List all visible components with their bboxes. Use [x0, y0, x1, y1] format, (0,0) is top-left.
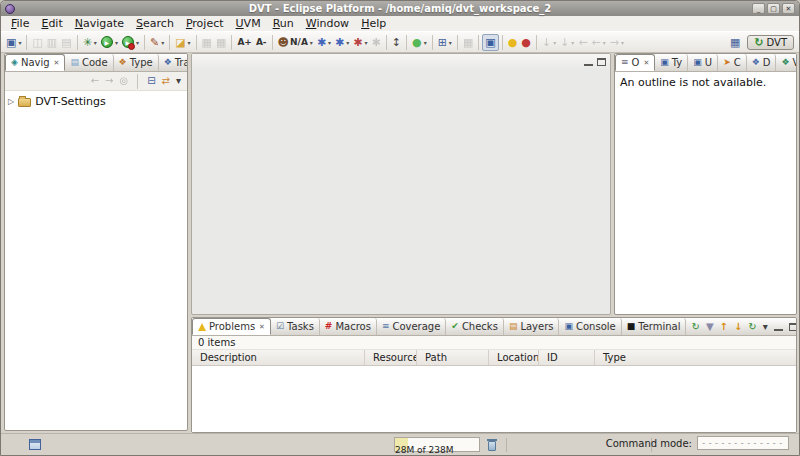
tab-terminal[interactable]: ■Terminal: [622, 318, 687, 335]
menu-project[interactable]: Project: [180, 17, 230, 31]
menu-help[interactable]: Help: [355, 17, 392, 31]
save-all-button[interactable]: ▥: [45, 33, 59, 51]
show-windows-button[interactable]: ⊞▾: [436, 33, 454, 51]
tab-layers[interactable]: ▤Layers: [504, 318, 560, 335]
maximize-view-icon[interactable]: [789, 323, 797, 331]
go-into-button[interactable]: ↓▾: [558, 33, 576, 51]
tab-close-icon[interactable]: ✕: [643, 59, 649, 67]
column-path[interactable]: Path: [417, 350, 489, 365]
new-wizard-button[interactable]: ▣▾: [4, 33, 23, 51]
tab-problems[interactable]: Problems✕: [192, 318, 271, 335]
tab-uvm[interactable]: ▣U: [688, 54, 718, 71]
help-support-button[interactable]: ●: [519, 33, 533, 51]
filter-button[interactable]: ▼: [706, 322, 714, 332]
tab-outline[interactable]: ≡O✕: [615, 54, 655, 71]
open-perspective-button[interactable]: ▦: [728, 33, 742, 51]
waiver-button[interactable]: ✱▾: [315, 33, 333, 51]
expander-icon[interactable]: ▷: [8, 97, 14, 106]
menu-window[interactable]: Window: [300, 17, 355, 31]
tab-type[interactable]: ❖Type: [114, 54, 159, 71]
save-button[interactable]: ◫: [30, 33, 44, 51]
menu-run[interactable]: Run: [267, 17, 300, 31]
column-id[interactable]: ID: [539, 350, 595, 365]
close-button[interactable]: ✕: [782, 3, 795, 14]
run-coverage-button[interactable]: ▶▾: [120, 33, 141, 51]
external-tools-button[interactable]: ✎▾: [148, 33, 166, 51]
column-location[interactable]: Location: [489, 350, 539, 365]
forward-button[interactable]: →▾: [608, 33, 626, 51]
back-history-button[interactable]: ←▾: [590, 33, 608, 51]
column-type[interactable]: Type: [595, 350, 796, 365]
menu-edit[interactable]: Edit: [35, 17, 68, 31]
tab-navig[interactable]: ◈Navig✕: [5, 54, 65, 71]
tab-console[interactable]: ▣Console: [559, 318, 621, 335]
column-description[interactable]: Description: [192, 350, 365, 365]
disabled-tool-button[interactable]: ▦: [461, 33, 475, 51]
minimize-button[interactable]: _: [752, 3, 765, 14]
tab-close-icon[interactable]: ✕: [259, 323, 265, 331]
dvt-perspective-button[interactable]: ↻ DVT: [747, 35, 794, 50]
disabled-tool-button[interactable]: ▦: [214, 33, 228, 51]
home-button[interactable]: ◎: [119, 76, 128, 86]
back-button[interactable]: ←: [576, 33, 589, 51]
maximize-button[interactable]: ▢: [767, 3, 780, 14]
move-up-button[interactable]: ↑: [720, 322, 728, 332]
disabled-tool-button[interactable]: ▦: [200, 33, 214, 51]
console-icon: ▣: [485, 37, 495, 48]
menu-file[interactable]: File: [5, 17, 35, 31]
trace-icon: ❖: [164, 58, 172, 67]
dropdown-icon: ▾: [328, 39, 331, 46]
minimize-view-icon[interactable]: [774, 323, 783, 331]
refresh-button[interactable]: ↻: [748, 322, 756, 332]
tab-trace[interactable]: ❖Trace: [159, 54, 188, 71]
link-editor-button[interactable]: ⇄: [162, 76, 170, 86]
tab-tasks[interactable]: ☑Tasks: [271, 318, 320, 335]
print-button[interactable]: ▤: [59, 33, 73, 51]
compile-config-button[interactable]: ☻N/A▾: [276, 33, 315, 51]
run-button[interactable]: ▶▾: [99, 33, 120, 51]
minimize-editor-icon[interactable]: [584, 58, 593, 66]
sort-button[interactable]: ↕: [390, 33, 403, 51]
menu-search[interactable]: Search: [130, 17, 180, 31]
column-resource[interactable]: Resource: [365, 350, 417, 365]
tab-coverage[interactable]: ≡Coverage: [377, 318, 446, 335]
tab-close-icon[interactable]: ✕: [54, 59, 60, 67]
back-arrow-icon: ←: [592, 37, 601, 48]
view-menu-button[interactable]: ▾: [763, 322, 768, 332]
font-decrease-button[interactable]: A-: [254, 33, 269, 51]
maximize-editor-icon[interactable]: [597, 58, 606, 66]
dropdown-icon: ▾: [18, 39, 21, 46]
tab-checks[interactable]: ➤C: [718, 54, 747, 71]
view-menu-button[interactable]: ▾: [176, 76, 181, 86]
checks-icon: ➤: [723, 58, 731, 67]
back-button[interactable]: ←: [91, 76, 99, 86]
tab-types[interactable]: ▣Ty: [655, 54, 688, 71]
move-down-button[interactable]: ↓: [734, 322, 742, 332]
open-element-button[interactable]: ◪▾: [173, 33, 192, 51]
menu-uvm[interactable]: UVM: [230, 17, 267, 31]
console-view-button[interactable]: ▣: [482, 34, 498, 51]
menu-navigate[interactable]: Navigate: [69, 17, 130, 31]
forward-button[interactable]: →: [105, 76, 113, 86]
tab-design[interactable]: ❖D: [747, 54, 777, 71]
tab-verif[interactable]: ❖Ve: [776, 54, 797, 71]
garbage-collect-icon[interactable]: [488, 441, 496, 451]
last-edit-location-button[interactable]: ↓▾: [540, 33, 558, 51]
breakpoint-ball-button[interactable]: ●: [506, 33, 520, 51]
fast-view-icon[interactable]: [29, 439, 41, 450]
tab-code[interactable]: ▤Code: [65, 54, 113, 71]
tab-macros[interactable]: #Macros: [320, 318, 377, 335]
tree-item-dvt-settings[interactable]: ▷ DVT-Settings: [5, 91, 187, 112]
debug-button[interactable]: ✳▾: [81, 33, 99, 51]
waiver-disabled-button[interactable]: ✱: [370, 33, 383, 51]
command-mode-field[interactable]: [697, 436, 789, 450]
tab-checks-bottom[interactable]: ✔Checks: [446, 318, 504, 335]
toolbar-separator: [478, 35, 479, 50]
waiver-remove-button[interactable]: ✱▾: [351, 33, 369, 51]
refresh-filter-button[interactable]: ↻: [691, 322, 699, 332]
collapse-all-button[interactable]: ⊟: [147, 76, 155, 86]
waiver-button[interactable]: ✱▾: [333, 33, 351, 51]
font-increase-button[interactable]: A+: [235, 33, 254, 51]
eclipse-logo-icon[interactable]: [5, 4, 15, 14]
semantic-search-button[interactable]: ●▾: [410, 33, 429, 51]
